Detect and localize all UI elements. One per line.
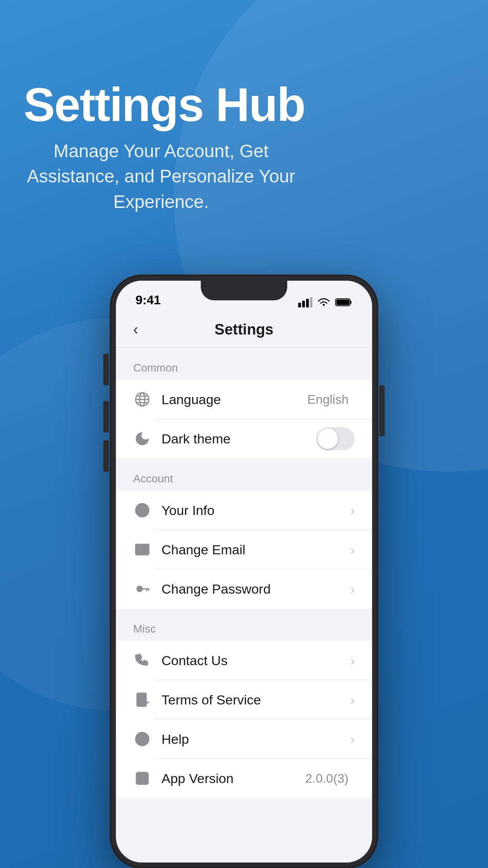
section-misc: Misc Contact Us ›	[116, 623, 372, 798]
globe-icon	[133, 390, 151, 408]
status-icons	[298, 297, 352, 307]
phone-wrapper: 9:41	[103, 275, 385, 868]
document-icon	[133, 691, 151, 709]
settings-content: Common	[116, 348, 372, 862]
language-value: English	[307, 392, 349, 407]
signal-icon	[298, 297, 312, 307]
change-email-label: Change Email	[161, 542, 350, 557]
help-label: Help	[161, 732, 350, 747]
question-icon	[133, 730, 151, 748]
your-info-row[interactable]: Your Info ›	[116, 491, 372, 530]
change-email-row[interactable]: Change Email ›	[116, 530, 372, 569]
dark-theme-label: Dark theme	[161, 431, 316, 447]
svg-point-15	[137, 586, 142, 591]
wifi-icon	[317, 297, 330, 307]
your-info-label: Your Info	[161, 503, 350, 518]
change-password-row[interactable]: Change Password ›	[116, 569, 372, 609]
nav-bar: ‹ Settings	[116, 312, 372, 348]
change-password-chevron: ›	[350, 581, 355, 597]
section-common-card: Language English Dark theme	[116, 380, 372, 458]
notch	[201, 281, 287, 300]
phone-screen: 9:41	[116, 281, 372, 862]
help-chevron: ›	[350, 732, 355, 747]
phone-icon	[133, 651, 151, 669]
svg-rect-3	[310, 297, 312, 307]
key-icon	[133, 580, 151, 598]
phone-frame: 9:41	[110, 275, 378, 868]
language-label: Language	[161, 392, 307, 407]
contact-us-row[interactable]: Contact Us ›	[116, 641, 372, 680]
section-account-label: Account	[116, 473, 372, 491]
section-account-card: Your Info › Change Email	[116, 491, 372, 609]
info-circle-icon	[133, 501, 151, 519]
battery-icon	[335, 298, 352, 307]
svg-point-13	[141, 507, 143, 508]
app-version-row: App Version 2.0.0(3)	[116, 759, 372, 798]
svg-rect-2	[306, 299, 309, 307]
terms-chevron: ›	[350, 692, 355, 708]
help-row[interactable]: Help ›	[116, 719, 372, 759]
dark-theme-row[interactable]: Dark theme	[116, 419, 372, 458]
section-common-label: Common	[116, 362, 372, 380]
section-account: Account Your Info	[116, 473, 372, 609]
info-square-icon	[133, 769, 151, 787]
terms-row[interactable]: Terms of Service ›	[116, 680, 372, 719]
section-misc-label: Misc	[116, 623, 372, 641]
back-button[interactable]: ‹	[133, 321, 138, 338]
envelope-icon	[133, 541, 151, 559]
nav-title: Settings	[215, 321, 273, 338]
toggle-knob	[317, 428, 338, 449]
status-time: 9:41	[136, 293, 161, 307]
section-misc-card: Contact Us ›	[116, 641, 372, 798]
page-title: Settings Hub	[24, 79, 464, 131]
language-row[interactable]: Language English	[116, 380, 372, 419]
section-common: Common	[116, 362, 372, 458]
page-subtitle: Manage Your Account, Get Assistance, and…	[24, 138, 299, 214]
dark-theme-toggle[interactable]	[316, 427, 355, 450]
svg-point-24	[142, 742, 143, 743]
svg-rect-1	[302, 301, 305, 307]
app-version-value: 2.0.0(3)	[305, 771, 349, 786]
status-bar: 9:41	[116, 281, 372, 312]
your-info-chevron: ›	[350, 503, 355, 518]
svg-rect-5	[336, 300, 349, 305]
moon-icon	[133, 430, 151, 448]
change-email-chevron: ›	[350, 542, 355, 557]
contact-us-label: Contact Us	[161, 653, 350, 668]
svg-point-27	[141, 775, 143, 776]
app-version-label: App Version	[161, 771, 305, 786]
header-area: Settings Hub Manage Your Account, Get As…	[24, 79, 464, 214]
contact-us-chevron: ›	[350, 653, 355, 668]
bottom-spacer	[116, 798, 372, 822]
svg-rect-0	[298, 303, 301, 307]
change-password-label: Change Password	[161, 581, 350, 597]
terms-label: Terms of Service	[161, 692, 350, 708]
